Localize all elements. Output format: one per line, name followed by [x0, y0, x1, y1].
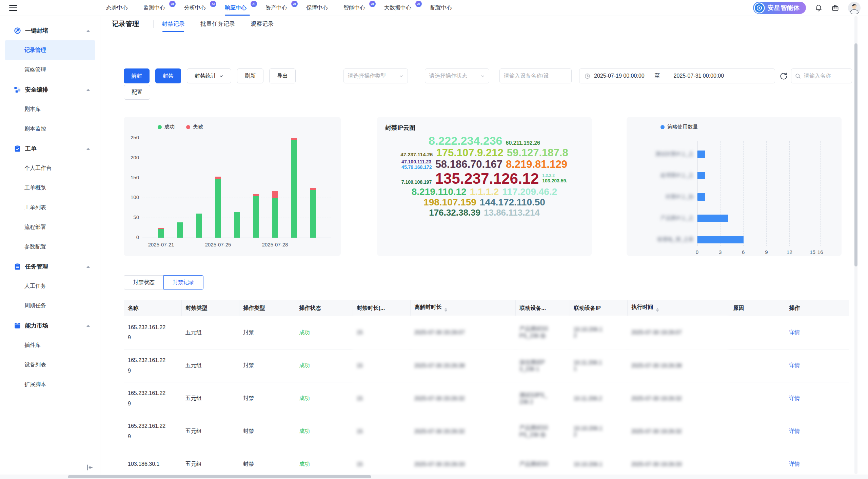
- table-header-row: 名称封禁类型操作类型操作状态封禁时长(...离解封时长联动设备...联动设备IP…: [124, 300, 849, 316]
- cell-ban_type: 五元组: [181, 382, 239, 415]
- detail-link[interactable]: 详情: [789, 330, 800, 335]
- column-header-unblock_time[interactable]: 离解封时长: [410, 300, 515, 316]
- sidebar-item-剧本库[interactable]: 剧本库: [5, 99, 95, 119]
- nav-item-响应中心[interactable]: 响应中心AI: [225, 0, 250, 16]
- sidebar-item-扩展脚本[interactable]: 扩展脚本: [5, 375, 95, 394]
- sidebar-item-周期任务[interactable]: 周期任务: [5, 296, 95, 316]
- tab-观察记录[interactable]: 观察记录: [251, 16, 274, 32]
- ip-cloud-term: 8.222.234.236: [429, 135, 502, 147]
- collapse-arrow-icon[interactable]: [86, 264, 90, 268]
- cell-unblock_time: 2025-07-30 20:26:07: [410, 316, 515, 349]
- wordcloud-row: 176.32.38.3913.86.113.214: [429, 208, 540, 218]
- export-button[interactable]: 导出: [269, 68, 296, 83]
- avatar[interactable]: [848, 2, 861, 14]
- sidebar-item-人工任务[interactable]: 人工任务: [5, 276, 95, 296]
- ai-badge-icon: AI: [251, 1, 257, 7]
- cell-unblock_time: 2025-07-30 20:26:38: [410, 349, 515, 382]
- nav-item-label: 响应中心: [225, 4, 246, 12]
- collapse-arrow-icon[interactable]: [86, 87, 90, 91]
- wordcloud-row: 7.100.108.197135.237.126.121.2.2.2103.20…: [401, 171, 567, 187]
- record-name: 165.232.161.229: [128, 388, 166, 409]
- cell-ban_type: 五元组: [181, 349, 239, 382]
- op-status-select[interactable]: 请选择操作状态: [425, 68, 489, 83]
- ban-stats-button[interactable]: 封禁统计: [187, 68, 231, 83]
- column-header-exec_time[interactable]: 执行时间: [627, 300, 729, 316]
- bar-success: [234, 212, 240, 238]
- nav-item-智能中心[interactable]: 智能中心AI: [343, 0, 369, 16]
- nav-item-保障中心[interactable]: 保障中心: [306, 0, 328, 16]
- gridline: [743, 141, 744, 246]
- sidebar-item-工单概览[interactable]: 工单概览: [5, 178, 95, 198]
- block-button[interactable]: 封禁: [155, 68, 181, 83]
- collapse-arrow-icon[interactable]: [86, 146, 90, 150]
- sidebar-item-个人工作台[interactable]: 个人工作台: [5, 158, 95, 178]
- x-tick-label: 12: [783, 249, 796, 255]
- ip-cloud-term: 47.100.111.23: [401, 159, 431, 164]
- nav-item-大数据中心[interactable]: 大数据中心AI: [384, 0, 415, 16]
- sidebar-item-记录管理[interactable]: 记录管理: [5, 40, 95, 60]
- nav-item-监测中心[interactable]: 监测中心AI: [143, 0, 169, 16]
- subtab-封禁记录[interactable]: 封禁记录: [163, 275, 203, 290]
- cell-link_device: 产品测试S3 PS_236 份: [515, 415, 570, 448]
- tab-批量任务记录[interactable]: 批量任务记录: [200, 16, 235, 32]
- detail-link[interactable]: 详情: [789, 428, 800, 434]
- ban-stats-label: 封禁统计: [195, 73, 216, 80]
- bar-fail: [253, 194, 259, 196]
- sidebar-item-策略管理[interactable]: 策略管理: [5, 60, 95, 80]
- sidebar-item-插件库[interactable]: 插件库: [5, 335, 95, 355]
- unblock-button[interactable]: 解封: [124, 68, 150, 83]
- sidebar-item-流程部署[interactable]: 流程部署: [5, 217, 95, 237]
- table-row: 165.232.161.229五元组封禁成功152025-07-30 20:26…: [124, 316, 849, 349]
- config-button[interactable]: 配置: [124, 85, 150, 100]
- wordcloud-row: 8.222.234.23660.211.192.26: [429, 135, 540, 147]
- cell-reason: [729, 415, 785, 448]
- sidebar-item-设备列表[interactable]: 设备列表: [5, 355, 95, 375]
- sidebar-group-一键封堵[interactable]: 一键封堵: [0, 21, 100, 40]
- horizontal-scrollbar-thumb[interactable]: [68, 475, 371, 478]
- detail-link[interactable]: 详情: [789, 362, 800, 368]
- bar-fail: [291, 138, 297, 140]
- collapse-arrow-icon[interactable]: [86, 323, 90, 327]
- sidebar-group-工单[interactable]: 工单: [0, 139, 100, 158]
- bar-success: [310, 190, 316, 238]
- search-box[interactable]: [791, 68, 852, 83]
- y-tick-label: 250: [124, 135, 139, 140]
- sidebar-item-剧本监控[interactable]: 剧本监控: [5, 119, 95, 139]
- bell-icon[interactable]: [815, 4, 823, 12]
- search-input[interactable]: [804, 73, 845, 79]
- toolbox-icon[interactable]: [831, 4, 839, 12]
- device-name-input[interactable]: [499, 68, 572, 83]
- nav-item-态势中心[interactable]: 态势中心: [106, 0, 128, 16]
- nav-item-配置中心[interactable]: 配置中心: [430, 0, 452, 16]
- search-icon: [795, 73, 801, 79]
- date-range-picker[interactable]: 2025-07-19 00:00:00 至 2025-07-31 00:00:0…: [579, 68, 775, 83]
- cell-op_status: 成功: [295, 382, 353, 415]
- refresh-button[interactable]: 刷新: [237, 68, 263, 83]
- sidebar-group-title: 工单: [25, 145, 37, 153]
- nav-item-资产中心[interactable]: 资产中心AI: [265, 0, 291, 16]
- detail-link[interactable]: 详情: [789, 461, 800, 467]
- sidebar-group-title: 任务管理: [25, 263, 48, 271]
- sidebar-group-能力市场[interactable]: 能力市场: [0, 316, 100, 335]
- sidebar-item-工单列表[interactable]: 工单列表: [5, 198, 95, 217]
- sidebar-group: 工单个人工作台工单概览工单列表流程部署参数配置: [0, 139, 100, 257]
- status-success: 成功: [299, 461, 310, 467]
- sort-icon[interactable]: [656, 306, 659, 313]
- sidebar-group-安全编排[interactable]: 安全编排: [0, 80, 100, 99]
- sort-icon[interactable]: [445, 306, 447, 313]
- op-type-select[interactable]: 请选择操作类型: [343, 68, 408, 83]
- tab-封禁记录[interactable]: 封禁记录: [162, 16, 185, 32]
- refresh-icon[interactable]: [779, 72, 788, 80]
- subtab-封禁状态[interactable]: 封禁状态: [124, 275, 164, 290]
- menu-icon[interactable]: [9, 5, 17, 11]
- x-tick-label: 16: [813, 249, 827, 255]
- nav-item-分析中心[interactable]: 分析中心AI: [184, 0, 209, 16]
- sidebar-group-任务管理[interactable]: 任务管理: [0, 257, 100, 276]
- policy-bar: [697, 172, 705, 179]
- detail-link[interactable]: 详情: [789, 395, 800, 401]
- agent-badge[interactable]: 安星智能体: [753, 2, 806, 14]
- sidebar-item-参数配置[interactable]: 参数配置: [5, 237, 95, 257]
- sidebar-collapse-icon[interactable]: [86, 463, 94, 473]
- vertical-scrollbar-thumb[interactable]: [854, 43, 857, 266]
- collapse-arrow-icon[interactable]: [86, 28, 90, 32]
